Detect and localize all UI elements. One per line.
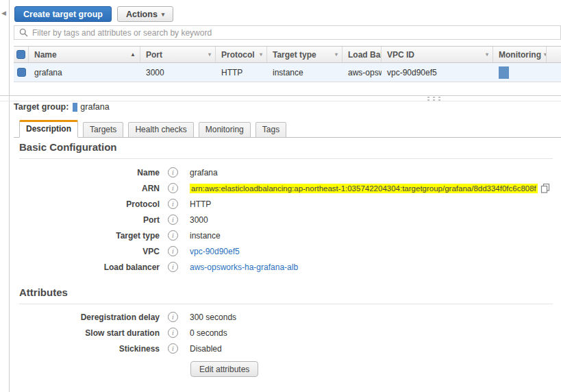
field-label: ARN — [19, 184, 160, 193]
field-value: 3000 — [190, 215, 208, 225]
field-row-arn: ARN i arn:aws:elasticloadbalancing:ap-no… — [19, 180, 553, 196]
column-header-name[interactable]: Name ▲ — [29, 47, 140, 62]
table-header: Name ▲ Port ▾ Protocol ▾ Target type ▾ L… — [14, 46, 561, 63]
basic-configuration-fields: Name i grafana ARN i arn:aws:elasticload… — [19, 164, 553, 275]
target-group-name: grafana — [80, 102, 109, 112]
column-label: Name — [34, 50, 57, 60]
collapse-panel-icon[interactable]: ◀ — [1, 10, 6, 16]
field-label: Target type — [19, 231, 160, 241]
field-label: VPC — [19, 247, 160, 256]
sort-caret-icon[interactable]: ▾ — [260, 51, 262, 58]
field-row-target-type: Target type i instance — [19, 228, 553, 243]
field-label: Stickiness — [19, 344, 160, 354]
column-header-protocol[interactable]: Protocol ▾ — [216, 47, 267, 62]
tab-monitoring[interactable]: Monitoring — [199, 122, 251, 138]
info-icon[interactable]: i — [168, 246, 178, 256]
chevron-down-icon: ▾ — [162, 11, 165, 18]
field-value: 300 seconds — [190, 313, 236, 322]
create-target-group-button[interactable]: Create target group — [14, 6, 112, 22]
field-row-load-balancer: Load balancer i aws-opsworks-ha-grafana-… — [19, 259, 553, 275]
target-group-label: Target group: — [14, 102, 68, 112]
field-row-protocol: Protocol i HTTP — [19, 196, 553, 212]
toolbar: Create target group Actions ▾ — [14, 6, 173, 22]
info-icon[interactable]: i — [168, 215, 178, 225]
info-icon[interactable]: i — [168, 343, 178, 354]
actions-button-label: Actions — [126, 10, 158, 19]
tab-tags[interactable]: Tags — [255, 122, 286, 138]
field-row-vpc: VPC i vpc-90d90ef5 — [19, 243, 553, 259]
field-row-deregistration-delay: Deregistration delay i 300 seconds — [19, 309, 553, 325]
sort-caret-icon[interactable]: ▾ — [335, 51, 338, 58]
tab-health-checks[interactable]: Health checks — [128, 122, 193, 138]
monitoring-thumbnail[interactable] — [499, 66, 509, 79]
pane-resize-divider[interactable] — [0, 95, 561, 101]
field-value: Disabled — [190, 344, 222, 354]
row-checkbox[interactable] — [17, 68, 26, 77]
basic-configuration-heading: Basic Configuration — [19, 141, 553, 159]
field-value: HTTP — [190, 199, 211, 209]
select-all-checkbox[interactable] — [16, 50, 25, 59]
attributes-fields: Deregistration delay i 300 seconds Slow … — [19, 309, 553, 356]
attributes-heading: Attributes — [19, 286, 553, 304]
field-row-stickiness: Stickiness i Disabled — [19, 341, 553, 356]
info-icon[interactable]: i — [168, 167, 178, 177]
column-label: Port — [146, 50, 162, 60]
detail-header: Target group: grafana — [14, 102, 110, 112]
row-checkbox-cell — [14, 63, 29, 82]
info-icon[interactable]: i — [168, 312, 178, 322]
field-label: Name — [19, 168, 160, 177]
column-label: Monitoring — [499, 50, 541, 60]
cell-target-type: instance — [267, 63, 342, 82]
field-label: Slow start duration — [19, 328, 160, 338]
load-balancer-link[interactable]: aws-opsworks-ha-grafana-alb — [190, 262, 298, 272]
info-icon[interactable]: i — [168, 328, 178, 338]
column-header-monitoring[interactable]: Monitoring ▾ — [493, 47, 547, 62]
actions-button[interactable]: Actions ▾ — [117, 6, 173, 22]
tab-targets[interactable]: Targets — [83, 122, 123, 138]
sort-caret-icon[interactable]: ▾ — [208, 51, 211, 58]
target-group-color-chip — [73, 103, 77, 112]
search-icon — [19, 28, 28, 37]
cell-monitoring — [493, 63, 547, 82]
field-label: Load balancer — [19, 262, 160, 272]
field-value-arn: arn:aws:elasticloadbalancing:ap-northeas… — [190, 183, 550, 193]
info-icon[interactable]: i — [168, 230, 178, 241]
column-header-vpc-id[interactable]: VPC ID ▾ — [382, 47, 493, 62]
column-header-filler — [547, 47, 561, 62]
cell-port: 3000 — [140, 63, 216, 82]
table-row[interactable]: grafana 3000 HTTP instance aws-opswo... … — [14, 63, 561, 82]
field-label: Port — [19, 215, 160, 225]
column-header-target-type[interactable]: Target type ▾ — [267, 47, 342, 62]
field-value: instance — [190, 231, 221, 241]
field-label: Protocol — [19, 199, 160, 209]
arn-highlighted-text: arn:aws:elasticloadbalancing:ap-northeas… — [190, 184, 538, 193]
select-all-header-cell — [14, 47, 29, 62]
column-header-port[interactable]: Port ▾ — [140, 47, 216, 62]
column-header-load-balancer[interactable]: Load Balan ▾ — [342, 47, 382, 62]
cell-name: grafana — [29, 63, 140, 82]
target-groups-table: Name ▲ Port ▾ Protocol ▾ Target type ▾ L… — [14, 46, 561, 82]
sort-ascending-icon[interactable]: ▲ — [130, 51, 136, 58]
ec2-target-groups-page: ◀ Create target group Actions ▾ Name ▲ P… — [0, 0, 561, 392]
tab-description[interactable]: Description — [19, 120, 78, 138]
cell-filler — [547, 63, 561, 82]
filter-input[interactable] — [32, 28, 560, 38]
cell-protocol: HTTP — [216, 63, 267, 82]
filter-bar[interactable] — [14, 25, 561, 40]
left-panel-edge: ◀ — [0, 0, 10, 392]
drag-handle-icon — [427, 97, 445, 101]
column-label: VPC ID — [387, 50, 414, 60]
vpc-link[interactable]: vpc-90d90ef5 — [190, 247, 240, 256]
column-label: Load Balan — [348, 50, 382, 60]
info-icon[interactable]: i — [168, 262, 178, 272]
field-row-name: Name i grafana — [19, 164, 553, 180]
copy-to-clipboard-icon[interactable] — [540, 183, 550, 193]
field-value: grafana — [190, 168, 218, 177]
edit-attributes-button[interactable]: Edit attributes — [190, 361, 258, 377]
column-label: Target type — [273, 50, 316, 60]
info-icon[interactable]: i — [168, 199, 178, 209]
column-label: Protocol — [221, 50, 255, 60]
field-row-slow-start-duration: Slow start duration i 0 seconds — [19, 325, 553, 341]
sort-caret-icon[interactable]: ▾ — [486, 51, 488, 58]
info-icon[interactable]: i — [168, 183, 178, 193]
